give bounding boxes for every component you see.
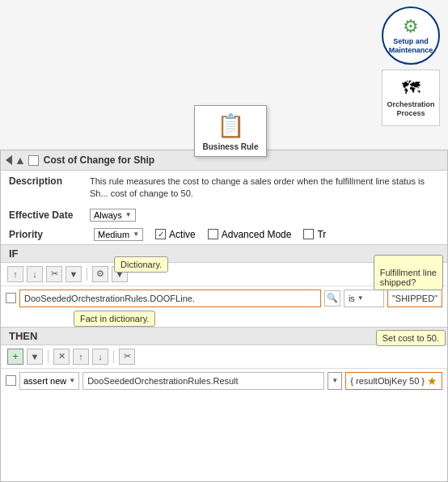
orchestration-process-icon[interactable]: 🗺 Orchestration Process	[382, 70, 440, 126]
effective-date-label: Effective Date	[9, 209, 82, 221]
main-panel: ▲ Cost of Change for Ship Description Th…	[0, 150, 448, 482]
then-field-text: DooSeededOrchestrationRules.Result	[87, 376, 239, 386]
rule-search-btn[interactable]: 🔍	[324, 290, 340, 307]
effective-date-row: Effective Date Always ▼	[1, 205, 447, 225]
then-separator	[48, 350, 49, 363]
then-delete-btn[interactable]: ✕	[53, 349, 70, 365]
rule-row-checkbox[interactable]	[6, 293, 16, 303]
then-field-arrow: ▼	[332, 377, 338, 384]
tr-checkbox-group: Tr	[303, 229, 326, 240]
effective-date-dropdown[interactable]: Always ▼	[90, 209, 136, 222]
then-row-checkbox[interactable]	[6, 375, 16, 386]
advanced-mode-label: Advanced Mode	[222, 229, 292, 240]
rule-operator-text: is	[349, 294, 355, 303]
dictionary-callout-text: Dictionary.	[120, 260, 162, 269]
orchestration-label: Orchestration Process	[382, 100, 439, 118]
priority-label: Priority	[9, 229, 82, 240]
rule-value-text: "SHIPPED"	[392, 294, 437, 303]
priority-dropdown[interactable]: Medium ▼	[94, 228, 143, 241]
then-dropdown-btn[interactable]: ▼	[27, 349, 43, 365]
if-toolbar: ↑ ↓ ✂ ▼ ⚙ ▼ Dictionary. Fulfillment line…	[1, 263, 447, 286]
if-up-btn[interactable]: ↑	[7, 266, 23, 282]
priority-row: Priority Medium ▼ ✓ Active Advanced Mode…	[1, 225, 447, 244]
then-field[interactable]: DooSeededOrchestrationRules.Result	[82, 372, 324, 390]
description-label: Description	[9, 175, 82, 187]
rule-value[interactable]: "SHIPPED"	[387, 290, 442, 307]
description-section: Description This rule measures the cost …	[1, 171, 447, 205]
fact-callout: Fact in dictionary.	[74, 311, 155, 327]
then-value[interactable]: { resultObjKey 50 } ★	[345, 372, 442, 390]
if-dropdown-btn[interactable]: ▼	[66, 266, 82, 282]
dictionary-callout: Dictionary.	[114, 256, 168, 273]
then-rule-row: assert new ▼ DooSeededOrchestrationRules…	[1, 369, 447, 393]
then-down-btn[interactable]: ↓	[92, 349, 108, 365]
setup-maintenance-icon[interactable]: ⚙ Setup and Maintenance	[382, 6, 440, 65]
priority-arrow: ▼	[133, 230, 139, 238]
active-checkbox[interactable]: ✓	[155, 229, 166, 239]
assert-dropdown[interactable]: assert new ▼	[19, 372, 79, 390]
fact-callout-row: Fact in dictionary.	[1, 311, 447, 327]
then-label: THEN	[9, 330, 37, 342]
then-field-dropdown[interactable]: ▼	[328, 372, 342, 390]
then-toolbar: + ▼ ✕ ↑ ↓ ✂	[1, 345, 447, 369]
if-gear-btn[interactable]: ⚙	[92, 266, 108, 282]
main-container: ⚙ Setup and Maintenance 🗺 Orchestration …	[0, 0, 448, 482]
advanced-mode-checkbox-group: Advanced Mode	[208, 229, 292, 240]
then-separator2	[113, 350, 114, 363]
gear-icon: ⚙	[403, 16, 419, 37]
top-icons: ⚙ Setup and Maintenance 🗺 Orchestration …	[382, 6, 440, 126]
then-up-btn[interactable]: ↑	[73, 349, 89, 365]
rule-field[interactable]: DooSeededOrchestrationRules.DOOFLine.	[19, 290, 321, 307]
nav-icons: ▲	[6, 154, 39, 167]
tr-label: Tr	[317, 229, 326, 240]
then-add-btn[interactable]: +	[7, 349, 23, 365]
setcost-callout-text: Set cost to 50.	[382, 333, 439, 343]
assert-label: assert new	[23, 376, 66, 386]
if-cut-btn[interactable]: ✂	[46, 266, 62, 282]
fact-callout-text: Fact in dictionary.	[80, 314, 149, 323]
rule-op-arrow: ▼	[357, 294, 364, 302]
description-content: This rule measures the cost to change a …	[90, 175, 439, 201]
effective-date-value: Always	[94, 210, 122, 220]
fulfillment-callout-text: Fulfillment line shipped?	[380, 268, 437, 287]
if-label: IF	[9, 247, 19, 260]
toolbar-separator	[87, 268, 87, 281]
business-rule-icon: 📋	[217, 112, 245, 139]
active-checkbox-group: ✓ Active	[155, 229, 196, 240]
rule-operator[interactable]: is ▼	[344, 290, 384, 307]
setup-maintenance-label: Setup and Maintenance	[383, 37, 438, 55]
header-checkbox[interactable]	[28, 155, 39, 166]
priority-value: Medium	[98, 230, 129, 239]
effective-date-arrow: ▼	[125, 211, 132, 218]
advanced-mode-checkbox[interactable]	[208, 229, 218, 239]
active-label: Active	[169, 229, 196, 240]
business-rule-label: Business Rule	[203, 142, 259, 151]
if-down-btn[interactable]: ↓	[27, 266, 43, 282]
business-rule-card: 📋 Business Rule	[194, 105, 267, 157]
rule-field-text: DooSeededOrchestrationRules.DOOFLine.	[24, 294, 195, 303]
collapse-button[interactable]	[6, 155, 12, 165]
then-cut-btn[interactable]: ✂	[119, 349, 135, 365]
setcost-callout: Set cost to 50.	[376, 330, 446, 346]
assert-arrow: ▼	[69, 377, 75, 384]
star-icon: ★	[427, 374, 437, 387]
fulfillment-callout: Fulfillment line shipped?	[374, 255, 443, 290]
up-arrow-button[interactable]: ▲	[15, 154, 26, 167]
then-value-text: { resultObjKey 50 }	[350, 376, 425, 386]
orch-icon: 🗺	[402, 78, 420, 99]
tr-checkbox[interactable]	[303, 229, 314, 239]
